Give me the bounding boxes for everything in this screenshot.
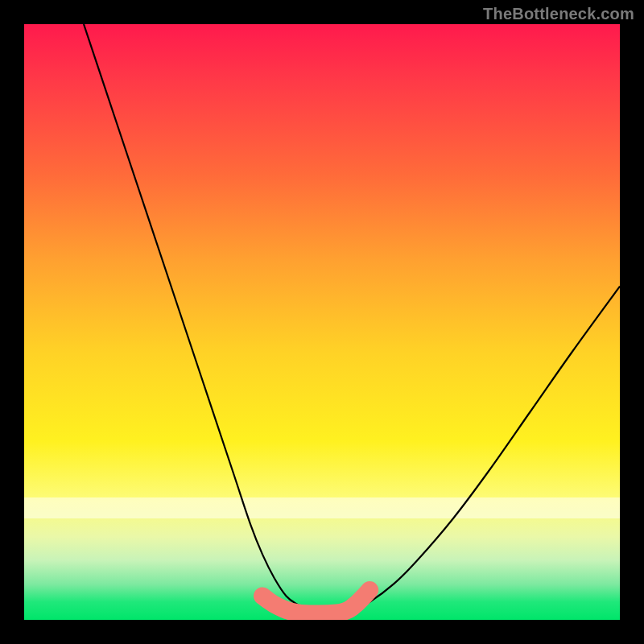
chart-frame: TheBottleneck.com <box>0 0 644 644</box>
left-curve <box>84 24 334 614</box>
bottom-markers <box>262 590 369 614</box>
plot-area <box>24 24 620 620</box>
right-curve <box>334 287 620 614</box>
watermark-text: TheBottleneck.com <box>483 5 634 23</box>
chart-svg <box>24 24 620 620</box>
